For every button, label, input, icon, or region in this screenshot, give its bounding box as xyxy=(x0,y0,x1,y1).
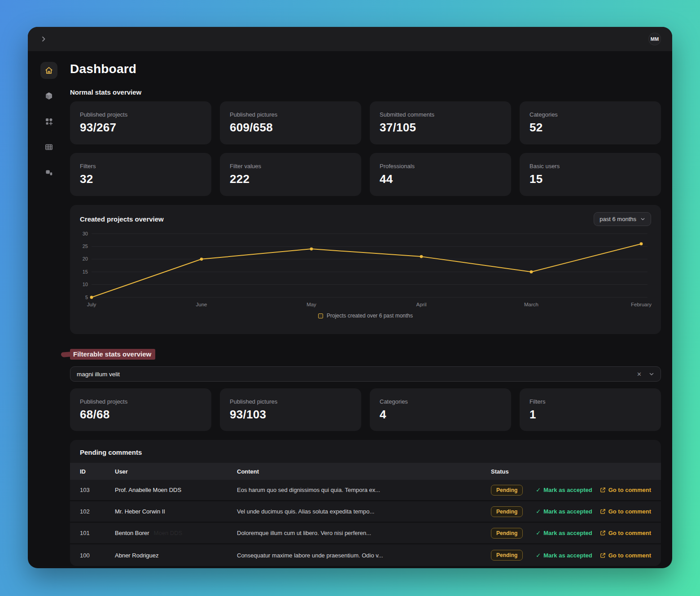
stat-value: 44 xyxy=(380,172,501,186)
external-link-icon xyxy=(600,552,606,558)
comment-id: 101 xyxy=(80,530,115,536)
stat-value: 37/105 xyxy=(380,121,501,135)
stat-card: Published pictures609/658 xyxy=(220,101,361,144)
home-icon xyxy=(44,66,53,75)
stat-label: Filters xyxy=(80,163,201,170)
col-header-id: ID xyxy=(80,468,115,475)
go-to-comment-link[interactable]: Go to comment xyxy=(600,487,651,493)
svg-text:March: March xyxy=(524,302,538,307)
comment-user: Benton BorerMoen DDS xyxy=(115,530,237,536)
clear-icon[interactable]: ✕ xyxy=(637,371,642,378)
stat-value: 52 xyxy=(529,121,651,135)
table-header: ID User Content Status xyxy=(70,463,661,480)
mark-accepted-button[interactable]: ✓Mark as accepted xyxy=(536,508,592,515)
stat-label: Categories xyxy=(380,398,501,405)
comment-id: 100 xyxy=(80,552,115,559)
chevron-right-icon xyxy=(40,35,47,43)
go-to-comment-link[interactable]: Go to comment xyxy=(600,552,651,559)
normal-stats-heading: Normal stats overview xyxy=(70,88,661,96)
stat-card: Submitted comments37/105 xyxy=(370,101,511,144)
mark-accepted-button[interactable]: ✓Mark as accepted xyxy=(536,530,592,536)
sidebar-item-tables[interactable] xyxy=(40,139,57,156)
mark-accepted-button[interactable]: ✓Mark as accepted xyxy=(536,552,592,559)
stat-card: Filters1 xyxy=(520,388,661,431)
chart-title: Created projects overview xyxy=(80,215,164,223)
stat-label: Published projects xyxy=(80,398,201,405)
ghost-text: Moen DDS xyxy=(154,530,183,536)
table-row: 101 Benton BorerMoen DDS Doloremque illu… xyxy=(70,523,661,544)
col-header-user: User xyxy=(115,468,237,475)
app-window: MM xyxy=(28,27,672,568)
filterable-stats-heading-wrap: Filterable stats overview xyxy=(70,349,155,360)
stat-label: Categories xyxy=(529,111,651,118)
chart-range-label: past 6 months xyxy=(599,216,636,222)
comment-content: Consequatur maxime labore unde praesenti… xyxy=(237,552,491,559)
stat-card: Categories52 xyxy=(520,101,661,144)
svg-text:15: 15 xyxy=(83,269,88,274)
sidebar-item-layouts[interactable] xyxy=(40,164,57,181)
stat-label: Published projects xyxy=(80,111,201,118)
check-icon: ✓ xyxy=(536,487,541,493)
go-to-comment-link[interactable]: Go to comment xyxy=(600,508,651,515)
stat-label: Professionals xyxy=(380,163,501,170)
stat-card: Basic users15 xyxy=(520,153,661,196)
pending-comments-card: Pending comments ID User Content Status … xyxy=(70,440,661,566)
stat-card: Published pictures93/103 xyxy=(220,388,361,431)
status-badge: Pending xyxy=(491,506,523,517)
filterable-stats-grid: Published projects68/68 Published pictur… xyxy=(70,388,661,431)
stat-value: 93/103 xyxy=(230,408,351,422)
pending-comments-title: Pending comments xyxy=(70,440,661,463)
chart-legend[interactable]: Projects created over 6 past months xyxy=(78,313,653,319)
avatar[interactable]: MM xyxy=(648,33,661,45)
comment-content: Doloremque illum cum ut libero. Vero nis… xyxy=(237,530,491,536)
sidebar xyxy=(28,51,70,568)
filter-input[interactable] xyxy=(77,371,637,378)
stat-value: 15 xyxy=(529,172,651,186)
stat-card: Filters32 xyxy=(70,153,211,196)
svg-text:10: 10 xyxy=(83,282,88,287)
go-to-comment-link[interactable]: Go to comment xyxy=(600,530,651,536)
chevron-down-icon xyxy=(640,217,645,222)
stat-label: Filter values xyxy=(230,163,351,170)
svg-text:5: 5 xyxy=(85,295,88,300)
stat-value: 93/267 xyxy=(80,121,201,135)
table-row: 102 Mr. Heber Corwin II Vel unde ducimus… xyxy=(70,501,661,523)
stat-card: Published projects93/267 xyxy=(70,101,211,144)
topbar: MM xyxy=(28,27,672,51)
check-icon: ✓ xyxy=(536,530,541,536)
external-link-icon xyxy=(600,487,606,493)
status-badge: Pending xyxy=(491,528,523,539)
svg-text:25: 25 xyxy=(83,244,88,249)
external-link-icon xyxy=(600,530,606,536)
mark-accepted-button[interactable]: ✓Mark as accepted xyxy=(536,487,592,493)
cube-icon xyxy=(44,91,53,100)
sidebar-item-home[interactable] xyxy=(40,62,57,79)
combobox-chevron-down-icon[interactable] xyxy=(649,371,654,377)
svg-text:July: July xyxy=(87,302,96,307)
filterable-stats-heading: Filterable stats overview xyxy=(70,349,155,360)
comment-id: 102 xyxy=(80,508,115,515)
stat-label: Basic users xyxy=(529,163,651,170)
comment-content: Vel unde ducimus quis. Alias soluta expe… xyxy=(237,508,491,515)
comment-user: Abner Rodriguez xyxy=(115,552,237,559)
sidebar-expand-button[interactable] xyxy=(39,34,48,44)
stat-label: Published pictures xyxy=(230,398,351,405)
comment-user: Prof. Anabelle Moen DDS xyxy=(115,487,237,493)
comment-id: 103 xyxy=(80,487,115,493)
sidebar-item-projects[interactable] xyxy=(40,87,57,104)
chart-range-dropdown[interactable]: past 6 months xyxy=(594,212,651,226)
svg-text:30: 30 xyxy=(83,231,88,236)
svg-text:June: June xyxy=(196,302,207,307)
sidebar-item-components[interactable] xyxy=(40,113,57,130)
stat-value: 1 xyxy=(529,408,651,422)
comment-content: Eos harum quo sed dignissimos qui quia. … xyxy=(237,487,491,493)
svg-text:February: February xyxy=(631,302,652,307)
check-icon: ✓ xyxy=(536,552,541,559)
legend-swatch-icon xyxy=(318,313,323,318)
stat-value: 4 xyxy=(380,408,501,422)
created-projects-chart-card: Created projects overview past 6 months … xyxy=(70,205,661,334)
filter-combobox[interactable]: ✕ xyxy=(70,366,661,382)
status-badge: Pending xyxy=(491,550,523,561)
stat-label: Published pictures xyxy=(230,111,351,118)
grid-plus-icon xyxy=(44,117,53,126)
